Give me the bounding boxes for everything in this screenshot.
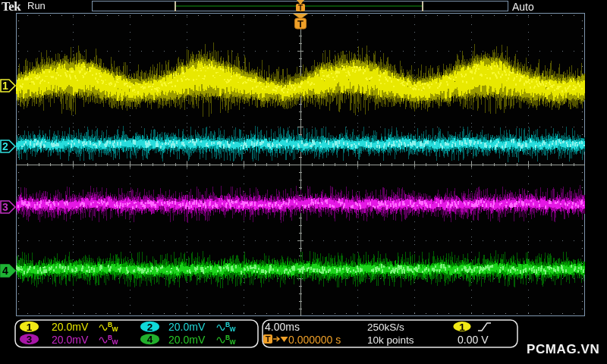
svg-text:10k points: 10k points (367, 334, 414, 346)
svg-text:0.00 V: 0.00 V (458, 334, 489, 346)
svg-text:4: 4 (147, 334, 153, 345)
svg-text:4: 4 (2, 265, 8, 277)
svg-text:4.00ms: 4.00ms (265, 321, 300, 333)
svg-text:T: T (266, 334, 271, 344)
svg-text:T: T (298, 4, 303, 12)
svg-text:W: W (230, 325, 237, 333)
svg-text:3: 3 (27, 334, 33, 345)
svg-text:2: 2 (147, 322, 153, 333)
svg-text:T: T (297, 18, 304, 30)
svg-text:3: 3 (2, 201, 8, 213)
svg-text:2: 2 (2, 140, 8, 152)
svg-text:20.0mV: 20.0mV (168, 334, 206, 346)
svg-text:20.0mV: 20.0mV (168, 321, 206, 333)
svg-text:20.0mV: 20.0mV (52, 334, 89, 346)
svg-text:250kS/s: 250kS/s (367, 322, 404, 333)
svg-text:1: 1 (459, 322, 465, 333)
svg-text:20.0mV: 20.0mV (52, 321, 89, 333)
svg-text:0.000000 s: 0.000000 s (288, 334, 341, 346)
svg-text:W: W (112, 325, 119, 333)
svg-text:W: W (230, 338, 237, 346)
svg-text:1: 1 (27, 322, 33, 333)
svg-text:1: 1 (2, 80, 8, 92)
svg-text:W: W (112, 338, 119, 346)
